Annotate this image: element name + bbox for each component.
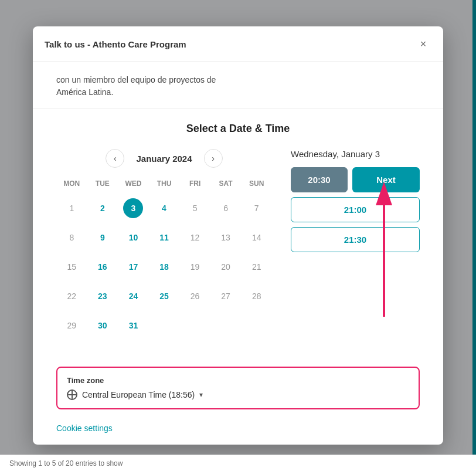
calendar-cell-14: 14 [241,224,272,251]
timezone-section: Time zone Central European Time (18:56) … [56,367,420,409]
calendar-cell-20: 20 [210,253,242,280]
day-header-fri: FRI [179,177,210,190]
day-header-sat: SAT [210,177,242,190]
calendar-cell-9[interactable]: 9 [87,224,118,251]
calendar-cell-13: 13 [210,224,242,251]
calendar-cell-29: 29 [56,312,87,341]
calendar-cell-3[interactable]: 3 [118,195,149,222]
timezone-value[interactable]: Central European Time (18:56) ▾ [67,389,409,400]
bottom-bar: Showing 1 to 5 of 20 entries to show [0,455,476,471]
calendar-row-2: 15161718192021 [56,253,272,280]
calendar-cell-16[interactable]: 16 [87,253,118,280]
calendar-cell- [149,312,180,341]
modal-header: Talk to us - Athento Care Program × [33,26,443,62]
calendar-cell-27: 27 [210,283,242,310]
calendar-row-4: 293031 [56,312,272,341]
calendar-row-0: 1234567 [56,195,272,222]
bottom-bar-text: Showing 1 to 5 of 20 entries to show [9,459,123,467]
calendar-cell-17[interactable]: 17 [118,253,149,280]
globe-line-v [72,391,73,399]
time-panel: Wednesday, January 3 20:30 Next 21:00 21… [291,149,420,343]
calendar-cell-24[interactable]: 24 [118,283,149,310]
calendar-cell-25[interactable]: 25 [149,283,180,310]
day-header-wed: WED [118,177,149,190]
time-slot-row-selected: 20:30 Next [291,167,420,192]
month-label: January 2024 [136,154,192,164]
prev-month-button[interactable]: ‹ [106,149,124,168]
calendar-header-row: MON TUE WED THU FRI SAT SUN [56,177,272,190]
calendar-cell-26: 26 [179,283,210,310]
calendar-cell-21: 21 [241,253,272,280]
calendar-row-3: 22232425262728 [56,283,272,310]
day-header-tue: TUE [87,177,118,190]
calendar-cell-31[interactable]: 31 [118,312,149,341]
timezone-text: Central European Time (18:56) [82,390,195,399]
calendar-cell-4[interactable]: 4 [149,195,180,222]
calendar-grid: MON TUE WED THU FRI SAT SUN 123456789101… [56,177,272,341]
modal-title: Talk to us - Athento Care Program [45,39,186,49]
timezone-label: Time zone [67,376,409,385]
calendar: ‹ January 2024 › MON TUE WED THU FR [56,149,272,343]
calendar-cell-18[interactable]: 18 [149,253,180,280]
calendar-section: Select a Date & Time ‹ January 2024 › M [33,109,443,357]
time-slot-2100[interactable]: 21:00 [291,197,420,222]
calendar-cell-5: 5 [179,195,210,222]
calendar-rows: 1234567891011121314151617181920212223242… [56,195,272,341]
time-slots: 20:30 Next 21:00 21:30 [291,167,420,252]
calendar-cell-23[interactable]: 23 [87,283,118,310]
calendar-cell-12: 12 [179,224,210,251]
calendar-cell-1: 1 [56,195,87,222]
day-header-thu: THU [149,177,180,190]
calendar-nav: ‹ January 2024 › [56,149,272,168]
calendar-cell-15: 15 [56,253,87,280]
calendar-time-wrapper: ‹ January 2024 › MON TUE WED THU FR [56,149,420,343]
calendar-cell-8: 8 [56,224,87,251]
cookie-settings-link[interactable]: Cookie settings [33,419,443,445]
chevron-down-icon: ▾ [199,391,203,399]
calendar-cell-10[interactable]: 10 [118,224,149,251]
modal-overlay: Talk to us - Athento Care Program × con … [0,0,476,471]
close-button[interactable]: × [415,36,431,52]
calendar-cell- [241,312,272,341]
day-header-sun: SUN [241,177,272,190]
intro-text: con un miembro del equipo de proyectos d… [33,62,443,109]
calendar-cell-30[interactable]: 30 [87,312,118,341]
calendar-cell-22: 22 [56,283,87,310]
day-header-mon: MON [56,177,87,190]
calendar-row-1: 891011121314 [56,224,272,251]
calendar-cell- [179,312,210,341]
next-button[interactable]: Next [352,167,420,192]
calendar-cell- [210,312,242,341]
calendar-cell-7: 7 [241,195,272,222]
selected-date-label: Wednesday, January 3 [291,149,420,159]
calendar-cell-11[interactable]: 11 [149,224,180,251]
calendar-cell-28: 28 [241,283,272,310]
calendar-cell-2[interactable]: 2 [87,195,118,222]
section-title: Select a Date & Time [56,123,420,135]
time-slot-2030[interactable]: 20:30 [291,167,348,192]
modal-dialog: Talk to us - Athento Care Program × con … [33,26,443,445]
modal-body: con un miembro del equipo de proyectos d… [33,62,443,445]
globe-icon [67,389,77,400]
time-slot-2130[interactable]: 21:30 [291,227,420,252]
next-month-button[interactable]: › [204,149,223,168]
calendar-cell-6: 6 [210,195,242,222]
calendar-cell-19: 19 [179,253,210,280]
